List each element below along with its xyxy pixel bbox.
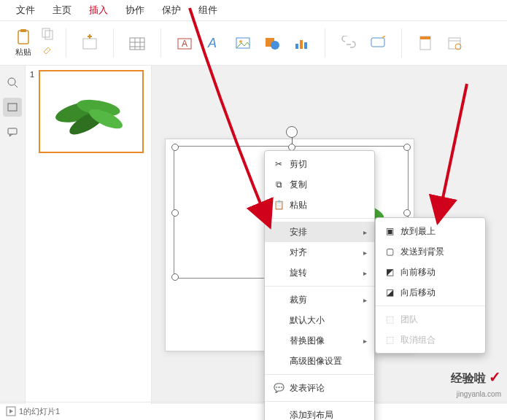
menu-rotate[interactable]: 旋转▸	[265, 262, 374, 283]
chart-icon	[293, 35, 310, 51]
comment-icon: 💬	[272, 383, 285, 393]
add-slide-button[interactable]	[78, 31, 101, 55]
submenu-back-label: 发送到背景	[400, 246, 444, 258]
menu-comment[interactable]: 💬发表评论	[265, 378, 374, 398]
thumb-number: 1	[30, 70, 34, 79]
menu-align[interactable]: 对齐▸	[265, 242, 374, 262]
submenu-group-label: 团队	[400, 314, 418, 326]
svg-rect-13	[295, 44, 298, 49]
svg-rect-14	[300, 40, 303, 49]
svg-rect-3	[45, 31, 53, 39]
rotate-handle[interactable]	[286, 126, 298, 138]
menu-replaceimg-label: 替换图像	[290, 335, 325, 347]
svg-rect-0	[18, 31, 28, 44]
paste-button[interactable]: 粘贴	[10, 29, 36, 58]
send-back-icon: ▢	[383, 246, 396, 257]
textbox-button[interactable]: A	[173, 31, 196, 55]
table-button[interactable]	[125, 31, 149, 55]
menu-advimg[interactable]: 高级图像设置	[265, 351, 374, 371]
comment-button[interactable]	[366, 31, 390, 55]
menu-divider	[376, 306, 485, 306]
search-button[interactable]	[3, 73, 22, 92]
image-icon	[234, 35, 252, 51]
submenu-group: ⬚团队	[376, 309, 485, 330]
tab-widgets[interactable]: 组件	[190, 1, 226, 20]
submenu-forward-label: 向前移动	[400, 266, 436, 279]
menu-cut-label: 剪切	[290, 158, 307, 171]
comments-icon	[7, 126, 18, 138]
menu-copy[interactable]: ⧉复制	[265, 174, 374, 195]
menu-replaceimg[interactable]: 替换图像▸	[265, 330, 374, 351]
menu-arrange[interactable]: 安排▸	[265, 222, 374, 242]
menu-align-label: 对齐	[290, 246, 307, 259]
header-button[interactable]	[414, 31, 437, 55]
handle-sw[interactable]	[171, 273, 179, 281]
handle-e[interactable]	[403, 209, 411, 217]
handle-w[interactable]	[171, 209, 179, 217]
tab-home[interactable]: 主页	[44, 1, 80, 20]
format-painter-button[interactable]	[41, 43, 57, 59]
status-bar: 1的幻灯片1	[0, 402, 507, 420]
slides-icon	[7, 101, 18, 113]
menu-defaultsize[interactable]: 默认大小	[265, 310, 374, 330]
svg-point-21	[8, 78, 15, 85]
svg-rect-5	[130, 38, 144, 50]
handle-nw[interactable]	[171, 144, 179, 151]
svg-text:A: A	[182, 39, 187, 49]
svg-rect-18	[420, 36, 430, 39]
chevron-right-icon: ▸	[363, 228, 367, 236]
slide-thumbnail-1[interactable]	[39, 70, 144, 153]
comments-button[interactable]	[3, 122, 22, 141]
menu-paste-label: 粘贴	[290, 199, 307, 211]
tab-protect[interactable]: 保护	[153, 1, 190, 20]
submenu-ungroup: ⬚取消组合	[376, 330, 485, 350]
menu-addlayout[interactable]: 添加到布局	[265, 405, 374, 420]
menu-divider	[265, 218, 374, 219]
copy-button[interactable]	[41, 27, 57, 43]
svg-rect-19	[449, 38, 460, 49]
leaf-image-icon	[47, 82, 135, 141]
menu-arrange-label: 安排	[290, 226, 307, 238]
tab-insert[interactable]: 插入	[80, 1, 117, 20]
logo-title: 经验啦	[451, 372, 486, 384]
tab-collab[interactable]: 协作	[117, 1, 153, 20]
submenu-front[interactable]: ▣放到最上	[376, 221, 485, 241]
svg-rect-1	[20, 29, 26, 32]
svg-rect-4	[83, 39, 96, 49]
link-button[interactable]	[337, 31, 360, 55]
menu-addlayout-label: 添加到布局	[290, 409, 333, 421]
brush-icon	[41, 43, 54, 56]
submenu-forward[interactable]: ◩向前移动	[376, 262, 485, 282]
chart-button[interactable]	[290, 31, 313, 55]
submenu-back[interactable]: ▢发送到背景	[376, 241, 485, 262]
svg-rect-16	[371, 38, 384, 47]
menu-cut[interactable]: ✂剪切	[265, 154, 374, 174]
shape-button[interactable]	[260, 31, 284, 55]
status-slide-label: 1的幻灯片1	[19, 406, 60, 417]
date-button[interactable]	[443, 31, 466, 55]
ungroup-icon: ⬚	[383, 335, 396, 345]
slide-plus-icon	[81, 34, 98, 52]
logo-sub: jingyanla.com	[457, 390, 501, 398]
paste-icon: 📋	[272, 200, 285, 210]
svg-rect-2	[42, 28, 50, 37]
comment-icon	[369, 36, 387, 50]
menu-comment-label: 发表评论	[290, 382, 325, 394]
group-icon: ⬚	[383, 314, 396, 324]
menu-defaultsize-label: 默认大小	[290, 314, 325, 327]
handle-ne[interactable]	[403, 144, 411, 151]
copy-icon	[41, 27, 54, 40]
menu-paste[interactable]: 📋粘贴	[265, 195, 374, 215]
submenu-backward[interactable]: ◪向后移动	[376, 282, 485, 303]
menu-divider	[265, 401, 374, 402]
slides-button[interactable]	[3, 98, 22, 117]
textart-button[interactable]: A	[202, 31, 225, 55]
tab-file[interactable]: 文件	[7, 1, 44, 20]
image-button[interactable]	[231, 31, 255, 55]
copy-icon: ⧉	[272, 179, 285, 190]
chevron-right-icon: ▸	[363, 337, 367, 345]
menu-crop[interactable]: 裁剪▸	[265, 289, 374, 310]
svg-point-12	[271, 41, 279, 50]
svg-rect-23	[8, 128, 17, 134]
submenu-backward-label: 向后移动	[400, 287, 436, 299]
